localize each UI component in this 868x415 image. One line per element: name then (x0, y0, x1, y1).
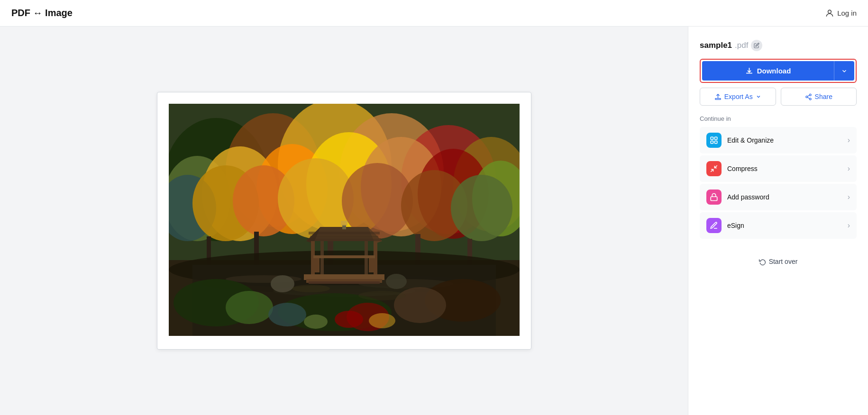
svg-rect-74 (711, 141, 713, 144)
filename-ext: .pdf (735, 41, 748, 50)
user-icon (825, 9, 834, 18)
svg-point-69 (809, 98, 811, 100)
download-label: Download (757, 67, 791, 75)
svg-line-71 (807, 95, 809, 96)
compress-label: Compress (727, 165, 758, 172)
svg-rect-42 (320, 241, 324, 279)
start-over-label: Start over (769, 258, 798, 265)
edit-organize-label: Edit & Organize (727, 136, 774, 144)
share-label: Share (815, 93, 832, 100)
svg-point-57 (271, 275, 294, 292)
svg-point-60 (304, 315, 328, 329)
svg-rect-46 (309, 281, 380, 284)
svg-rect-66 (715, 98, 721, 99)
svg-rect-41 (374, 241, 377, 279)
svg-rect-47 (313, 255, 375, 258)
compress-icon (706, 161, 722, 176)
export-icon (714, 93, 722, 100)
download-button[interactable]: Download (702, 61, 834, 81)
svg-point-61 (369, 313, 395, 328)
export-label: Export As (724, 93, 753, 100)
svg-point-21 (451, 175, 512, 241)
chevron-down-icon (841, 68, 848, 74)
svg-point-58 (386, 274, 407, 289)
svg-point-63 (358, 291, 406, 300)
login-label: Log in (837, 9, 857, 17)
svg-rect-38 (310, 235, 378, 238)
tool-item-left: Edit & Organize (706, 133, 774, 148)
download-section: Download (700, 59, 857, 83)
svg-rect-73 (715, 137, 717, 139)
svg-rect-48 (315, 258, 320, 272)
content-area (0, 27, 688, 415)
add-password-label: Add password (727, 193, 769, 201)
download-dropdown-button[interactable] (834, 61, 854, 81)
preview-image (169, 104, 520, 336)
tool-item-left-compress: Compress (706, 161, 758, 176)
refresh-icon (759, 258, 766, 265)
tool-item-edit-organize[interactable]: Edit & Organize › (700, 127, 857, 153)
svg-point-0 (828, 10, 831, 13)
app-header: PDF ↔ Image Log in (0, 0, 868, 27)
svg-point-62 (292, 285, 330, 292)
export-as-button[interactable]: Export As (700, 88, 776, 106)
start-over-button[interactable]: Start over (700, 254, 857, 269)
esign-icon (706, 218, 722, 233)
app-logo: PDF ↔ Image (11, 8, 73, 18)
action-row: Export As Share (700, 88, 857, 106)
svg-point-53 (226, 291, 273, 324)
sidebar: sample1 .pdf Download (688, 27, 868, 415)
tool-item-add-password[interactable]: Add password › (700, 184, 857, 210)
svg-line-70 (807, 97, 809, 98)
login-button[interactable]: Log in (825, 9, 857, 18)
tool-item-esign[interactable]: eSign › (700, 212, 857, 239)
tool-item-left-esign: eSign (706, 218, 744, 233)
chevron-down-small-icon (756, 94, 761, 99)
svg-point-67 (809, 94, 811, 96)
filename-row: sample1 .pdf (700, 40, 857, 51)
svg-point-56 (268, 303, 306, 326)
share-icon (805, 93, 812, 100)
svg-point-54 (394, 287, 446, 323)
tool-item-left-password: Add password (706, 189, 769, 205)
svg-rect-65 (341, 221, 347, 226)
edit-organize-chevron: › (848, 136, 850, 144)
download-icon (745, 67, 753, 75)
svg-rect-43 (365, 241, 368, 279)
edit-organize-icon (706, 133, 722, 148)
svg-rect-40 (311, 241, 315, 279)
svg-rect-72 (711, 137, 713, 139)
svg-rect-39 (307, 238, 381, 241)
compress-chevron: › (848, 164, 850, 173)
svg-rect-37 (309, 232, 380, 235)
svg-point-68 (805, 96, 807, 98)
esign-chevron: › (848, 221, 850, 230)
svg-rect-49 (369, 258, 374, 272)
add-password-icon (706, 189, 722, 205)
continue-in-label: Continue in (700, 115, 857, 122)
svg-point-59 (335, 311, 363, 328)
svg-rect-75 (715, 141, 717, 144)
pencil-icon (754, 43, 759, 48)
svg-rect-78 (711, 197, 717, 200)
esign-label: eSign (727, 222, 744, 229)
edit-filename-button[interactable] (751, 40, 762, 51)
share-button[interactable]: Share (781, 88, 857, 106)
tool-item-compress[interactable]: Compress › (700, 155, 857, 182)
main-content: sample1 .pdf Download (0, 27, 868, 415)
tool-list: Edit & Organize › Compress (700, 127, 857, 239)
filename-base: sample1 (700, 41, 732, 50)
preview-card (157, 92, 531, 350)
add-password-chevron: › (848, 193, 850, 201)
